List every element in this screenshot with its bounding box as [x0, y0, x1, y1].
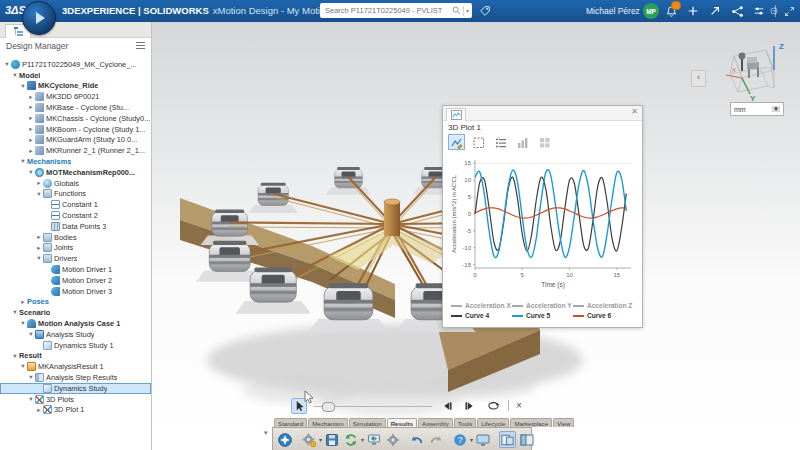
expander-right-icon[interactable]: ▸ — [27, 104, 35, 111]
timeline-slider[interactable] — [314, 398, 432, 414]
cursor-select-button[interactable] — [291, 398, 307, 414]
gear-star-icon[interactable] — [301, 431, 317, 448]
expander-right-icon[interactable]: ▸ — [27, 126, 35, 133]
tree-item[interactable]: Constant 1 — [0, 199, 151, 210]
tree-item[interactable]: ▾Functions — [0, 189, 151, 200]
tree-item[interactable]: ▾Mechanisms — [0, 156, 151, 167]
expander-right-icon[interactable]: ▸ — [27, 137, 35, 144]
expander-right-icon[interactable]: ▸ — [19, 299, 27, 306]
tree-item[interactable]: Dynamics Study 1 — [0, 340, 151, 351]
tree-item[interactable]: ▾Analysis Step Results — [0, 372, 151, 383]
bell-icon[interactable] — [664, 4, 678, 18]
expander-down-icon[interactable]: ▾ — [11, 309, 19, 316]
help-icon[interactable]: ? — [770, 4, 778, 18]
tree-item[interactable]: Motion Driver 3 — [0, 286, 151, 297]
tab-view[interactable]: View — [553, 418, 574, 427]
global-search[interactable]: ▾ — [320, 3, 472, 18]
tab-assembly[interactable]: Assembly — [418, 418, 453, 427]
dropdown-caret-icon[interactable]: ▾ — [319, 436, 322, 443]
tree-item[interactable]: Constant 2 — [0, 210, 151, 221]
tree-item[interactable]: ▸MKChassis - Cyclone (Study0... — [0, 113, 151, 124]
collapse-icon[interactable] — [782, 4, 796, 18]
expander-right-icon[interactable]: ▸ — [27, 148, 35, 155]
panel-icon[interactable] — [499, 431, 516, 448]
refresh-icon[interactable] — [343, 431, 359, 448]
grid-icon[interactable] — [536, 134, 553, 150]
tab-simulation[interactable]: Simulation — [349, 418, 386, 427]
loop-button[interactable] — [485, 398, 501, 414]
panel-alt-icon[interactable] — [519, 431, 535, 448]
tab-lifecycle[interactable]: Lifecycle — [477, 418, 509, 427]
plot-tab[interactable] — [446, 108, 466, 121]
tree-item[interactable]: ▸Joints — [0, 243, 151, 254]
expander-down-icon[interactable]: ▾ — [11, 353, 19, 360]
transfer-icon[interactable] — [366, 431, 382, 448]
network-icon[interactable] — [730, 4, 744, 18]
display-icon[interactable] — [475, 431, 491, 448]
tools-icon[interactable] — [752, 4, 766, 18]
expander-right-icon[interactable]: ▸ — [35, 407, 43, 414]
legend-item[interactable]: Acceleration Y — [512, 301, 573, 311]
avatar[interactable]: MP — [643, 3, 659, 19]
undo-icon[interactable] — [409, 431, 425, 448]
tree-item[interactable]: ▸MK3DD 6P0021 — [0, 91, 151, 102]
tree-item[interactable]: ▸MKBoom - Cyclone (Study 1... — [0, 124, 151, 135]
tab-tools[interactable]: Tools — [454, 418, 476, 427]
tree-item[interactable]: ▾Result — [0, 351, 151, 362]
tree-item[interactable]: ▸MKGuardArm (Study 10 0... — [0, 135, 151, 146]
tree-item[interactable]: Data Points 3 — [0, 221, 151, 232]
plot-chart[interactable]: 151050-5-10-15051015Time (s)Acceleration… — [449, 152, 637, 300]
expander-right-icon[interactable]: ▸ — [27, 115, 35, 122]
action-bar-collapse-icon[interactable]: ▾ — [264, 429, 268, 437]
tree-item[interactable]: ▾MKCyclone_Ride — [0, 81, 151, 92]
expander-down-icon[interactable]: ▾ — [11, 72, 19, 79]
save-icon[interactable] — [324, 431, 340, 448]
redo-icon[interactable] — [428, 431, 444, 448]
expander-down-icon[interactable]: ▾ — [3, 61, 11, 68]
tree-item[interactable]: ▾Drivers — [0, 253, 151, 264]
tree-item[interactable]: ▸MKRunner 2_1 (Runner 2_1... — [0, 145, 151, 156]
tree-item[interactable]: ▾Model — [0, 70, 151, 81]
plus-icon[interactable] — [686, 4, 700, 18]
expander-right-icon[interactable]: ▸ — [27, 94, 35, 101]
compass-icon[interactable] — [277, 431, 293, 448]
tab-marketplace[interactable]: Marketplace — [510, 418, 552, 427]
expander-down-icon[interactable]: ▾ — [19, 158, 27, 165]
dropdown-caret-icon[interactable]: ▾ — [470, 436, 473, 443]
expander-right-icon[interactable]: ▸ — [35, 245, 43, 252]
dropdown-caret-icon[interactable]: ▾ — [361, 436, 364, 443]
tree-item[interactable]: ▾MKAnalysisResult 1 — [0, 361, 151, 372]
close-icon[interactable]: ✕ — [631, 107, 638, 116]
tree-item[interactable]: ▸Bodies — [0, 232, 151, 243]
help-icon[interactable]: ? — [452, 431, 468, 448]
edit-plot-icon[interactable] — [448, 134, 465, 150]
view-cube[interactable]: Z Y X — [716, 38, 788, 102]
expander-down-icon[interactable]: ▾ — [35, 191, 43, 198]
search-caret-icon[interactable]: ▾ — [466, 7, 469, 14]
gear-icon[interactable] — [385, 431, 401, 448]
expander-down-icon[interactable]: ▾ — [27, 331, 35, 338]
expander-down-icon[interactable]: ▾ — [19, 83, 27, 90]
units-dropdown[interactable]: mm ▼ — [730, 102, 784, 116]
tree-item[interactable]: ▸Globals — [0, 178, 151, 189]
tree-item[interactable]: ▸Poses — [0, 297, 151, 308]
expander-down-icon[interactable]: ▾ — [19, 320, 27, 327]
hamburger-icon[interactable] — [136, 42, 145, 49]
tree-item[interactable]: ▸MKBase - Cyclone (Stu... — [0, 102, 151, 113]
bar-chart-icon[interactable] — [514, 134, 531, 150]
close-playback-button[interactable]: × — [516, 400, 522, 411]
search-icon[interactable] — [452, 6, 461, 15]
list-icon[interactable] — [492, 134, 509, 150]
legend-item[interactable]: Curve 4 — [451, 311, 512, 321]
slider-handle[interactable] — [322, 402, 335, 412]
expander-right-icon[interactable]: ▸ — [35, 180, 43, 187]
tree-item[interactable]: ▾P11721T0225049_MK_Cyclone_... — [0, 59, 151, 70]
tab-results[interactable]: Results — [387, 418, 417, 427]
tree-item[interactable]: Motion Driver 1 — [0, 264, 151, 275]
tree-item[interactable]: Dynamics Study — [0, 383, 151, 394]
tab-mechanism[interactable]: Mechanism — [308, 418, 348, 427]
legend-item[interactable]: Acceleration X — [451, 301, 512, 311]
tree-item[interactable]: ▾MOTMechanismRep000... — [0, 167, 151, 178]
legend-item[interactable]: Acceleration Z — [573, 301, 634, 311]
legend-item[interactable]: Curve 6 — [573, 311, 634, 321]
